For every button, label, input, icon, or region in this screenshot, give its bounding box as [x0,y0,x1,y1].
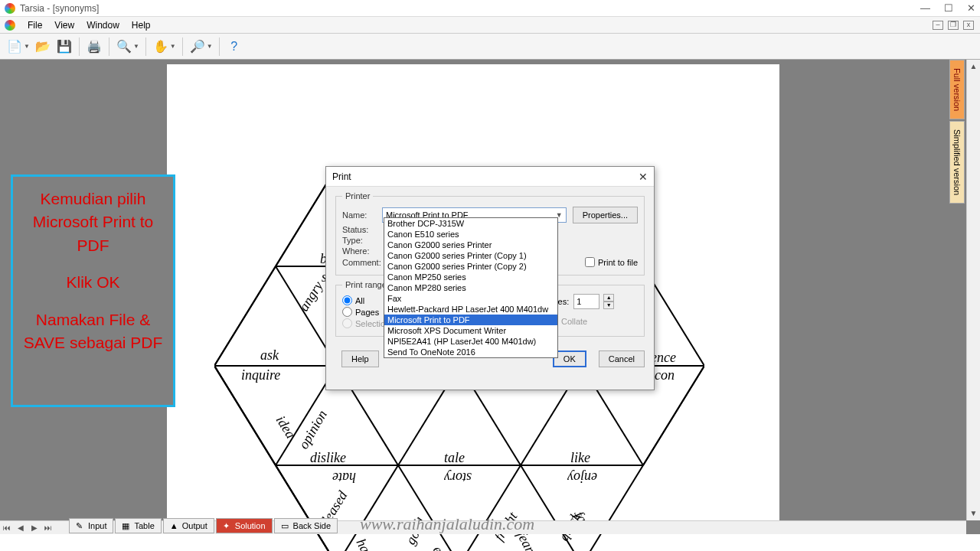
maximize-icon[interactable]: ☐ [944,2,953,14]
watermark: www.raihanjalaludin.com [360,514,534,534]
zoom-icon[interactable]: 🔍 [114,37,134,57]
svg-text:story: story [444,470,472,485]
svg-text:enjoy: enjoy [567,470,597,485]
print-to-file-label: Print to file [598,258,638,267]
tab-output[interactable]: ▲Output [163,518,214,533]
svg-text:inquire: inquire [241,367,280,383]
print-icon[interactable]: 🖨️ [84,37,104,57]
printer-option[interactable]: Canon G2000 series Printer (Copy 1) [384,250,557,261]
printer-option[interactable]: Hewlett-Packard HP LaserJet 400 M401dw [384,304,557,315]
printer-option[interactable]: Canon G2000 series Printer [384,240,557,250]
open-icon[interactable]: 📂 [33,37,53,57]
backside-icon: ▭ [281,521,290,530]
callout-line-1: Kemudian pilih Microsoft Print to PDF [16,187,170,257]
solution-icon: ✦ [223,521,232,530]
hand-icon[interactable]: ✋ [151,37,171,57]
mdi-minimize-icon[interactable]: – [933,21,943,30]
spin-up-icon[interactable]: ▲ [603,294,614,302]
doc-icon [5,20,15,31]
save-icon[interactable]: 💾 [54,37,74,57]
minimize-icon[interactable]: — [920,2,930,14]
side-tabs: Full version Simplified version [949,60,966,205]
range-pages-radio[interactable] [342,307,352,317]
printer-option[interactable]: Microsoft XPS Document Writer [384,325,557,336]
printer-option[interactable]: Canon MP280 series [384,282,557,293]
svg-text:happy: happy [353,536,382,551]
name-label: Name: [342,210,382,220]
printer-option[interactable]: Brother DCP-J315W [384,218,557,229]
print-to-file-checkbox[interactable] [585,257,595,267]
where-label: Where: [342,246,382,256]
printer-option[interactable]: Fax [384,293,557,304]
tab-full-version[interactable]: Full version [949,60,965,119]
menu-file[interactable]: File [21,18,48,32]
printer-option[interactable]: Canon E510 series [384,229,557,240]
svg-text:tale: tale [444,450,465,465]
toolbar: 📄▼ 📂 💾 🖨️ 🔍▼ ✋▼ 🔎▼ ? [0,34,980,60]
svg-text:con: con [655,367,675,383]
table-icon: ▦ [122,521,131,530]
magnify-icon[interactable]: 🔎 [188,37,207,57]
vertical-scrollbar[interactable]: ▲ ▼ [966,60,980,520]
menubar: File View Window Help – ❐ x [0,17,980,34]
mdi-close-icon[interactable]: x [963,21,974,30]
svg-text:angry: angry [296,279,325,314]
copies-input[interactable]: 1 [573,294,599,309]
mdi-restore-icon[interactable]: ❐ [948,21,959,30]
printer-option[interactable]: Send To OneNote 2016 [384,347,557,357]
printer-option[interactable]: Microsoft Print to PDF [384,315,557,325]
output-icon: ▲ [170,521,179,530]
view-tabs: ✎Input ▦Table ▲Output ✦Solution ▭Back Si… [69,517,338,534]
scroll-up-icon[interactable]: ▲ [967,60,980,73]
tab-table[interactable]: ▦Table [115,518,161,533]
tab-simplified-version[interactable]: Simplified version [949,121,965,204]
printer-option[interactable]: Canon MP250 series [384,272,557,282]
instruction-callout: Kemudian pilih Microsoft Print to PDF Kl… [11,174,175,407]
printer-option[interactable]: NPI5E2A41 (HP LaserJet 400 M401dw) [384,336,557,347]
callout-line-2: Klik OK [16,271,170,294]
next-page-icon[interactable]: ▶ [28,523,41,532]
mdi-controls: – ❐ x [933,21,977,30]
svg-text:hate: hate [332,470,356,485]
dialog-close-icon[interactable]: ✕ [639,171,648,183]
callout-line-3: Namakan File & SAVE sebagai PDF [16,308,170,355]
close-icon[interactable]: ✕ [967,2,975,14]
last-page-icon[interactable]: ⏭ [41,523,55,532]
svg-text:opinion: opinion [296,407,330,452]
help-button[interactable]: Help [341,350,379,367]
svg-text:ask: ask [260,347,279,363]
menu-window[interactable]: Window [80,18,126,32]
svg-text:like: like [570,450,590,465]
cancel-button[interactable]: Cancel [599,350,645,367]
svg-text:dislike: dislike [310,450,346,465]
menu-help[interactable]: Help [126,18,157,32]
range-selection-radio [342,318,352,328]
svg-text:idea: idea [273,413,299,442]
app-icon [5,3,15,14]
scroll-down-icon[interactable]: ▼ [967,507,980,520]
properties-button[interactable]: Properties... [573,207,638,223]
dialog-titlebar: Print ✕ [326,167,654,187]
first-page-icon[interactable]: ⏮ [0,523,14,532]
input-icon: ✎ [76,521,85,530]
dialog-title: Print [332,171,351,182]
prev-page-icon[interactable]: ◀ [14,523,28,532]
new-icon[interactable]: 📄 [5,37,24,57]
help-icon[interactable]: ? [224,37,244,57]
tab-input[interactable]: ✎Input [69,518,113,533]
tab-solution[interactable]: ✦Solution [216,518,273,533]
range-all-radio[interactable] [342,295,352,305]
spin-down-icon[interactable]: ▼ [603,302,614,309]
comment-label: Comment: [342,258,382,267]
tab-backside[interactable]: ▭Back Side [274,518,338,533]
window-titlebar: Tarsia - [synonyms] — ☐ ✕ [0,0,980,17]
printer-dropdown-list[interactable]: Brother DCP-J315WCanon E510 seriesCanon … [384,217,558,358]
printer-option[interactable]: Canon G2000 series Printer (Copy 2) [384,261,557,272]
status-label: Status: [342,225,382,234]
menu-view[interactable]: View [48,18,80,32]
window-title: Tarsia - [synonyms] [20,3,99,14]
type-label: Type: [342,236,382,245]
